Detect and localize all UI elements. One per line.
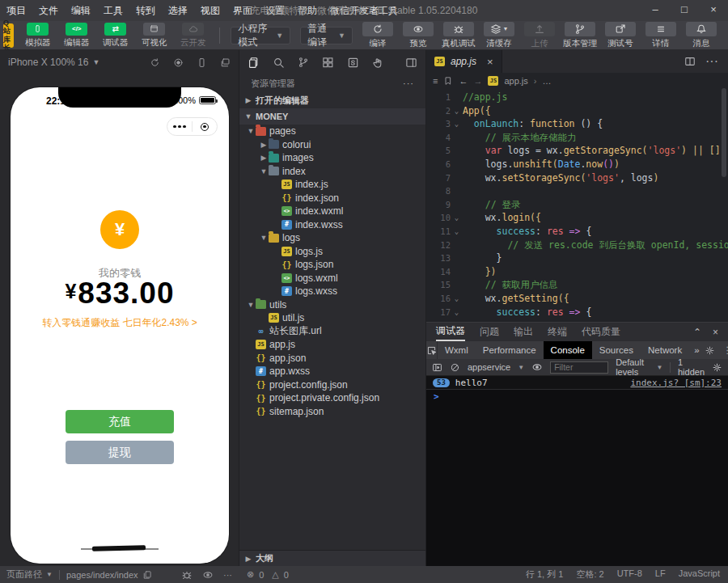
toolbar-button-详情[interactable]: 详情 — [641, 22, 681, 49]
console-settings-icon[interactable] — [712, 362, 722, 373]
status-item[interactable]: 行 1, 列 1 — [526, 568, 563, 581]
menu-item-微信开发者工具[interactable]: 微信开发者工具 — [324, 5, 404, 16]
tree-item-logs.wxss[interactable]: #logs.wxss — [239, 285, 425, 298]
mode-select[interactable]: 小程序模式▼ — [231, 27, 290, 44]
menu-item-文件[interactable]: 文件 — [32, 5, 65, 16]
more-icon[interactable]: ··· — [223, 570, 232, 580]
branch-icon[interactable] — [298, 57, 309, 68]
toolbar-button-模拟器[interactable]: 模拟器 — [19, 23, 57, 49]
devtools-tab-Wxml[interactable]: Wxml — [438, 341, 476, 359]
copy-icon[interactable] — [142, 570, 152, 580]
miniprogram-capsule[interactable] — [167, 117, 218, 136]
menu-item-帮助[interactable]: 帮助 — [291, 5, 324, 16]
console-filter-input[interactable] — [550, 361, 608, 374]
more-actions-icon[interactable]: ··· — [403, 78, 414, 88]
search-icon[interactable] — [273, 57, 285, 69]
tree-item-app.wxss[interactable]: #app.wxss — [239, 365, 425, 378]
record-icon[interactable] — [173, 57, 184, 68]
tree-item-站长图库.url[interactable]: ∞站长图库.url — [239, 325, 425, 339]
outline-list-icon[interactable]: ≡ — [433, 76, 438, 86]
open-editors-section[interactable]: ▶ 打开的编辑器 — [239, 92, 425, 108]
toolbar-button-调试器[interactable]: ⇄调试器 — [96, 23, 135, 49]
toolbar-button-云开发[interactable]: 云开发 — [174, 23, 213, 49]
compile-mode-select[interactable]: 普通编译▼ — [300, 27, 353, 44]
cascade-icon[interactable] — [220, 57, 231, 68]
tree-item-project.private.config.json[interactable]: {}project.private.config.json — [239, 391, 425, 405]
tree-item-app.js[interactable]: JSapp.js — [239, 338, 425, 352]
status-item[interactable]: UTF-8 — [617, 568, 642, 581]
project-root-section[interactable]: ▼ MONEY — [239, 108, 425, 125]
breadcrumb-file[interactable]: app.js — [504, 76, 527, 86]
editor-scrollbar[interactable] — [722, 88, 726, 177]
toolbar-button-可视化[interactable]: 可视化 — [135, 23, 174, 49]
page-path-label[interactable]: 页面路径 — [6, 568, 42, 581]
tree-item-logs.json[interactable]: {}logs.json — [239, 258, 425, 272]
breadcrumb-more[interactable]: … — [542, 76, 551, 86]
panel-toggle-icon[interactable] — [405, 57, 417, 69]
status-item[interactable]: LF — [655, 568, 666, 581]
toolbar-button-编译[interactable]: 编译 — [358, 22, 398, 49]
devtools-tab-Performance[interactable]: Performance — [476, 341, 544, 359]
more-dots-icon[interactable] — [167, 125, 192, 129]
fold-icon[interactable]: ⌄ — [451, 104, 463, 118]
close-circle-icon[interactable] — [193, 123, 217, 131]
fold-icon[interactable]: ⌄ — [451, 292, 463, 306]
eye-icon[interactable] — [531, 361, 543, 373]
more-tabs-chevron[interactable]: » — [689, 345, 704, 355]
devtools-tab-Sources[interactable]: Sources — [592, 341, 641, 359]
nav-back-icon[interactable]: ← — [459, 76, 468, 86]
tree-item-index.wxss[interactable]: #index.wxss — [239, 218, 425, 232]
debugger-tab-终端[interactable]: 终端 — [548, 325, 567, 339]
files-icon[interactable] — [248, 57, 260, 69]
close-tab-icon[interactable]: × — [487, 56, 493, 68]
tab-appjs[interactable]: JS app.js × — [426, 50, 502, 73]
outline-section[interactable]: ▶ 大纲 — [239, 550, 425, 566]
tree-item-index.wxml[interactable]: <>index.wxml — [239, 205, 425, 218]
collapse-panel-icon[interactable]: ⌃ — [693, 327, 701, 338]
close-button[interactable]: × — [699, 0, 728, 21]
toolbar-button-测试号[interactable]: 测试号 — [600, 22, 641, 49]
tree-item-images[interactable]: ▶images — [239, 151, 425, 165]
debugger-tab-代码质量[interactable]: 代码质量 — [582, 325, 620, 339]
debugger-tab-调试器[interactable]: 调试器 — [436, 323, 465, 341]
clear-console-icon[interactable] — [450, 362, 460, 373]
fold-icon[interactable]: ⌄ — [451, 211, 463, 225]
tree-item-index[interactable]: ▼index — [239, 165, 425, 179]
tree-item-sitemap.json[interactable]: {}sitemap.json — [239, 405, 425, 419]
lingqiantong-link[interactable]: 转入零钱通赚收益 七日年化2.43% > — [11, 316, 229, 330]
device-selector[interactable]: iPhone X 100% 16 — [8, 57, 88, 68]
fold-icon[interactable]: ⌄ — [451, 306, 463, 319]
minimize-button[interactable]: – — [641, 0, 670, 21]
fold-icon[interactable]: ⌄ — [451, 225, 463, 239]
toolbar-button-清缓存[interactable]: ▼清缓存 — [479, 22, 519, 49]
menu-item-项目[interactable]: 项目 — [0, 5, 32, 16]
tree-item-pages[interactable]: ▼pages — [239, 125, 425, 138]
menu-item-选择[interactable]: 选择 — [162, 5, 194, 16]
tree-item-app.json[interactable]: {}app.json — [239, 352, 425, 365]
fold-icon[interactable]: ⌄ — [451, 117, 463, 131]
maximize-button[interactable]: □ — [670, 0, 699, 21]
status-item[interactable]: JavaScript — [679, 568, 720, 581]
tree-item-index.json[interactable]: {}index.json — [239, 192, 425, 205]
context-select[interactable]: appservice — [468, 362, 510, 372]
warnings-icon[interactable]: △ — [272, 569, 278, 580]
code-editor[interactable]: 1//app.js2⌄App({3⌄ onLaunch: function ()… — [426, 88, 728, 319]
tree-item-colorui[interactable]: ▶colorui — [239, 138, 425, 152]
menu-item-转到[interactable]: 转到 — [129, 5, 162, 16]
kebab-menu-icon[interactable]: ⋮ — [723, 344, 728, 356]
eye-icon[interactable] — [202, 569, 214, 581]
toolbar-button-预览[interactable]: 预览 — [398, 22, 438, 49]
status-item[interactable]: 空格: 2 — [576, 568, 603, 581]
withdraw-button[interactable]: 提现 — [66, 441, 174, 464]
tree-item-project.config.json[interactable]: {}project.config.json — [239, 378, 425, 392]
hand-icon[interactable] — [372, 57, 384, 69]
menu-item-设置[interactable]: 设置 — [259, 5, 291, 16]
log-levels-select[interactable]: Default levels — [616, 357, 649, 377]
console-log-row[interactable]: 53 hello7 index.js? [sm]:23 — [426, 376, 728, 390]
tree-item-logs.js[interactable]: JSlogs.js — [239, 245, 425, 259]
tree-item-index.js[interactable]: JSindex.js — [239, 178, 425, 192]
errors-icon[interactable]: ⊗ — [247, 569, 254, 580]
recharge-button[interactable]: 充值 — [66, 410, 174, 433]
toolbar-button-编辑器[interactable]: </>编辑器 — [57, 23, 96, 49]
log-source-link[interactable]: index.js? [sm]:23 — [630, 378, 722, 388]
